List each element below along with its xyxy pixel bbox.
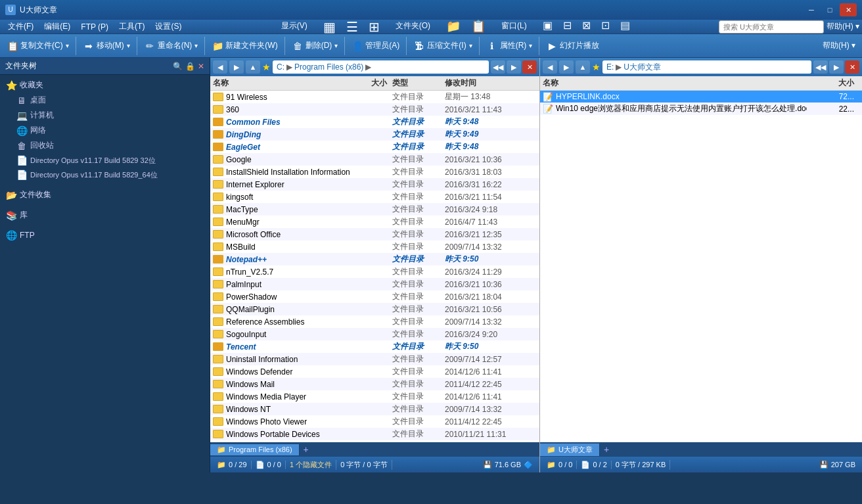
sidebar-item-desktop[interactable]: 🖥 桌面 [0,93,210,108]
new-folder-button[interactable]: 📁 新建文件夹(W) [208,38,281,54]
left-nav-up[interactable]: ▲ [246,60,260,74]
sidebar-lock-icon[interactable]: 🔒 [185,62,195,71]
move-dropdown[interactable]: ▾ [127,42,130,49]
move-button[interactable]: ➡ 移动(M) ▾ [79,38,134,54]
table-row[interactable]: Common Files文件目录昨天 9:48 [210,116,539,128]
sidebar-search-icon[interactable]: 🔍 [173,62,183,71]
menu-window[interactable]: 窗口(L) [496,19,532,35]
left-nav-btn1[interactable]: ◀◀ [491,60,505,74]
right-nav-btn1[interactable]: ◀◀ [813,60,828,74]
col-header-name[interactable]: 名称 [213,78,353,89]
sidebar-item-favorites[interactable]: ⭐ 收藏夹 [0,78,210,93]
menu-help[interactable]: 帮助(H) ▾ [827,21,859,32]
properties-dropdown[interactable]: ▾ [529,42,532,49]
copy-button[interactable]: 📋 复制文件(C) ▾ [3,38,73,54]
search-input[interactable] [719,20,824,34]
view-icon-3[interactable]: ⊞ [369,19,380,35]
table-row[interactable]: SogouInput文件目录2016/3/24 9:20 [210,328,539,340]
right-nav-back[interactable]: ◀ [543,60,557,74]
table-row[interactable]: Notepad++文件目录昨天 9:50 [210,253,539,265]
minimize-button[interactable]: ─ [803,3,820,16]
delete-dropdown[interactable]: ▾ [334,42,338,49]
menu-folder[interactable]: 文件夹(O) [390,19,436,35]
left-nav-close[interactable]: ✕ [522,60,537,74]
menu-edit[interactable]: 编辑(E) [39,20,76,34]
sidebar-item-computer[interactable]: 💻 计算机 [0,108,210,123]
right-nav-up[interactable]: ▲ [576,60,590,74]
left-path-folder[interactable]: Program Files (x86) [294,62,363,72]
table-row[interactable]: PalmInput文件目录2016/3/21 10:36 [210,278,539,290]
left-nav-star[interactable]: ★ [262,62,271,72]
col-header-type[interactable]: 类型 [392,78,445,89]
table-row[interactable]: MSBuild文件目录2009/7/14 13:32 [210,241,539,253]
slideshow-button[interactable]: ▶ 幻灯片播放 [542,38,603,54]
left-tab-active[interactable]: 📁 Program Files (x86) [210,444,300,455]
table-row[interactable]: Windows Defender文件目录2014/12/6 11:41 [210,365,539,378]
right-nav-btn2[interactable]: ▶ [829,60,844,74]
compress-button[interactable]: 🗜 压缩文件(I) ▾ [409,38,476,54]
right-nav-path[interactable]: E: ▶ U大师文章 [602,60,811,74]
copy-dropdown[interactable]: ▾ [66,42,69,49]
view-icon-1[interactable]: ▦ [323,19,336,35]
maximize-button[interactable]: □ [821,3,838,16]
table-row[interactable]: Uninstall Information文件目录2009/7/14 12:57 [210,353,539,365]
col-header-date[interactable]: 修改时间 [445,78,537,89]
rename-dropdown[interactable]: ▾ [194,42,198,49]
menu-settings[interactable]: 设置(S) [150,20,187,34]
table-row[interactable]: Windows Media Player文件目录2014/12/6 11:41 [210,390,539,403]
view-icon-2[interactable]: ☰ [346,19,358,35]
sidebar-item-dop64[interactable]: 📄 Directory Opus v11.17 Build 5829_64位 [0,168,210,182]
col-header-size[interactable]: 大小 [353,78,392,89]
right-col-header-size[interactable]: 大小 [807,78,859,89]
delete-button[interactable]: 🗑 删除(D) ▾ [288,38,342,54]
sidebar-item-network[interactable]: 🌐 网络 [0,123,210,138]
menu-display[interactable]: 显示(V) [276,19,313,35]
menu-ftp[interactable]: FTP (P) [76,21,114,33]
properties-button[interactable]: ℹ 属性(R) ▾ [482,38,537,54]
table-row[interactable]: Google文件目录2016/3/21 10:36 [210,153,539,166]
sidebar-item-ftp[interactable]: 🌐 FTP [0,228,210,242]
table-row[interactable]: Microsoft Office文件目录2016/3/21 12:35 [210,228,539,241]
left-path-drive[interactable]: C: [277,62,284,72]
table-row[interactable]: PowerShadow文件目录2016/3/21 18:04 [210,290,539,303]
table-row[interactable]: Windows Portable Devices文件目录2010/11/21 1… [210,428,539,440]
close-button[interactable]: ✕ [840,3,857,16]
table-row[interactable]: Internet Explorer文件目录2016/3/31 16:22 [210,178,539,191]
left-nav-btn2[interactable]: ▶ [507,60,521,74]
table-row[interactable]: Windows NT文件目录2009/7/14 13:32 [210,403,539,415]
help-button[interactable]: 帮助(H) ▾ [819,38,859,53]
right-nav-star[interactable]: ★ [592,62,601,72]
menu-file[interactable]: 文件(F) [3,20,39,34]
table-row[interactable]: Windows Photo Viewer文件目录2011/4/12 22:45 [210,415,539,428]
table-row[interactable]: InstallShield Installation Information文件… [210,166,539,178]
right-path-folder[interactable]: U大师文章 [624,62,661,73]
sidebar-item-filecollect[interactable]: 📂 文件收集 [0,187,210,202]
left-nav-forward[interactable]: ▶ [229,60,244,74]
right-path-drive[interactable]: E: [606,62,614,72]
table-row[interactable]: kingsoft文件目录2016/3/21 11:54 [210,191,539,203]
sidebar-item-library[interactable]: 📚 库 [0,208,210,223]
table-row[interactable]: DingDing文件目录昨天 9:49 [210,128,539,141]
left-tab-add[interactable]: + [300,444,313,455]
right-tab-add[interactable]: + [600,444,613,455]
compress-dropdown[interactable]: ▾ [469,42,472,49]
table-row[interactable]: 📝HYPERLINK.docx72... [540,91,862,103]
table-row[interactable]: 360文件目录2016/3/21 11:43 [210,103,539,116]
left-nav-back[interactable]: ◀ [213,60,227,74]
sidebar-close-icon[interactable]: ✕ [198,62,204,71]
rename-button[interactable]: ✏ 重命名(N) ▾ [140,38,202,54]
right-col-header-name[interactable]: 名称 [543,78,807,89]
right-nav-close[interactable]: ✕ [845,60,859,74]
sidebar-item-dop32[interactable]: 📄 Directory Opus v11.17 Build 5829 32位 [0,153,210,168]
menu-tools[interactable]: 工具(T) [114,20,150,34]
admin-button[interactable]: 👤 管理员(A) [348,38,403,54]
table-row[interactable]: nTrun_V2.5.7文件目录2016/3/24 11:29 [210,265,539,278]
sidebar-item-recycle[interactable]: 🗑 回收站 [0,138,210,153]
table-row[interactable]: 91 Wireless文件目录星期一 13:48 [210,91,539,103]
table-row[interactable]: QQMailPlugin文件目录2016/3/21 10:56 [210,303,539,315]
right-tab-active[interactable]: 📁 U大师文章 [540,444,600,456]
table-row[interactable]: Reference Assemblies文件目录2009/7/14 13:32 [210,315,539,328]
table-row[interactable]: MenuMgr文件目录2016/4/7 11:43 [210,216,539,228]
table-row[interactable]: Tencent文件目录昨天 9:50 [210,340,539,353]
table-row[interactable]: MacType文件目录2016/3/24 9:18 [210,203,539,216]
